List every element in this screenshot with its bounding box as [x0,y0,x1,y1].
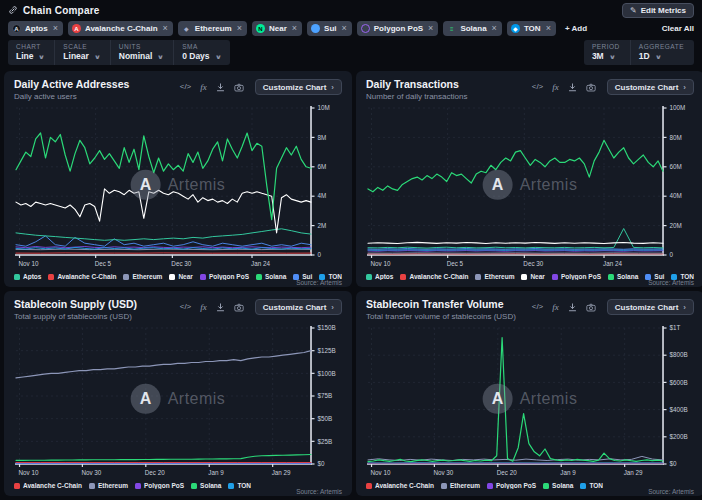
svg-text:Jan 29: Jan 29 [272,469,291,476]
camera-icon[interactable] [586,83,596,92]
close-icon[interactable]: × [342,24,347,33]
close-icon[interactable]: × [546,24,551,33]
svg-text:0: 0 [318,251,322,258]
legend-item-ethereum[interactable]: Ethereum [441,482,480,489]
legend-item-ton[interactable]: TON [580,482,603,489]
legend-item-ethereum[interactable]: Ethereum [123,273,162,280]
solana-legend-swatch [608,274,614,280]
clear-all-button[interactable]: Clear All [662,24,694,33]
download-icon[interactable] [216,303,225,312]
edit-metrics-button[interactable]: ✎ Edit Metrics [622,3,694,18]
svg-text:6M: 6M [318,163,327,170]
legend-item-ton[interactable]: TON [228,482,251,489]
dropdown-label: PERIOD [592,43,620,50]
camera-icon[interactable] [234,83,244,92]
code-icon[interactable]: </> [532,303,544,311]
close-icon[interactable]: × [292,24,297,33]
chip-near[interactable]: NNear× [252,21,302,36]
code-icon[interactable]: </> [180,83,192,91]
legend-item-aptos[interactable]: Aptos [366,273,393,280]
code-icon[interactable]: </> [180,303,192,311]
formula-icon[interactable]: fx [552,303,559,312]
legend-item-ethereum[interactable]: Ethereum [475,273,514,280]
close-icon[interactable]: × [53,24,58,33]
code-icon[interactable]: </> [532,83,544,91]
svg-text:Dec 20: Dec 20 [497,469,517,476]
legend-item-ethereum[interactable]: Ethereum [89,482,128,489]
chart-plot: $0$25B$50B$75B$100B$125B$150BNov 10Nov 3… [14,323,342,477]
chevron-down-icon: ∨ [655,53,662,60]
near-icon: N [256,24,265,33]
customize-chart-button[interactable]: Customize Chart› [255,299,342,315]
legend-item-avalanche[interactable]: Avalanche C-Chain [400,273,468,280]
chain-compare-icon [8,5,18,15]
sma-dropdown[interactable]: SMA0 Days∨ [174,40,230,65]
download-icon[interactable] [216,83,225,92]
legend-item-solana[interactable]: Solana [543,482,573,489]
chevron-right-icon: › [683,303,686,312]
svg-text:Nov 30: Nov 30 [81,469,101,476]
add-chain-button[interactable]: + Add [565,24,587,33]
chip-ethereum[interactable]: ◆Ethereum× [178,21,247,36]
camera-icon[interactable] [234,303,244,312]
aggregate-dropdown[interactable]: AGGREGATE1D∨ [631,40,694,65]
dropdown-value: 3M [592,51,604,61]
chip-label: Aptos [25,24,48,33]
legend-item-solana[interactable]: Solana [191,482,221,489]
download-icon[interactable] [568,303,577,312]
legend-item-avalanche[interactable]: Avalanche C-Chain [14,482,82,489]
polygon-legend-swatch [552,274,558,280]
legend-label: TON [237,482,251,489]
download-icon[interactable] [568,83,577,92]
units-dropdown[interactable]: UNITSNominal∨ [111,40,174,65]
chip-label: TON [524,24,541,33]
close-icon[interactable]: × [163,24,168,33]
legend-item-near[interactable]: Near [169,273,192,280]
period-dropdown[interactable]: PERIOD3M∨ [584,40,631,65]
close-icon[interactable]: × [237,24,242,33]
sui-icon [311,24,320,33]
svg-text:$800B: $800B [670,351,688,358]
close-icon[interactable]: × [492,24,497,33]
legend-item-near[interactable]: Near [521,273,544,280]
legend-item-avalanche[interactable]: Avalanche C-Chain [366,482,434,489]
legend-item-solana[interactable]: Solana [256,273,286,280]
legend-item-solana[interactable]: Solana [608,273,638,280]
customize-chart-button[interactable]: Customize Chart› [607,79,694,95]
svg-text:2M: 2M [318,222,327,229]
formula-icon[interactable]: fx [552,83,559,92]
ethereum-legend-swatch [89,483,95,489]
chip-ton[interactable]: ◆TON× [507,21,556,36]
controls-bar: CHARTLine∨SCALELinear∨UNITSNominal∨SMA0 … [0,38,702,69]
scale-dropdown[interactable]: SCALELinear∨ [55,40,110,65]
dropdown-label: CHART [16,43,44,50]
close-icon[interactable]: × [428,24,433,33]
svg-text:4M: 4M [318,192,327,199]
chart-plot: $0$200B$400B$600B$800B$1TNov 10Nov 30Dec… [366,323,694,477]
chart-legend: Avalanche C-ChainEthereumPolygon PoSSola… [366,482,603,489]
legend-item-polygon[interactable]: Polygon PoS [487,482,536,489]
chevron-down-icon: ∨ [157,53,164,60]
chip-solana[interactable]: ≡Solana× [443,21,502,36]
chevron-down-icon: ∨ [39,53,46,60]
chart-legend: AptosAvalanche C-ChainEthereumNearPolygo… [366,273,694,280]
chips-bar: AAptos×AAvalanche C-Chain×◆Ethereum×NNea… [0,17,702,38]
formula-icon[interactable]: fx [200,303,207,312]
chip-sui[interactable]: Sui× [307,21,352,36]
svg-text:20M: 20M [670,222,682,229]
chip-avalanche[interactable]: AAvalanche C-Chain× [68,21,173,36]
legend-item-aptos[interactable]: Aptos [14,273,41,280]
formula-icon[interactable]: fx [200,83,207,92]
camera-icon[interactable] [586,303,596,312]
legend-item-polygon[interactable]: Polygon PoS [135,482,184,489]
pencil-icon: ✎ [630,6,637,15]
legend-item-avalanche[interactable]: Avalanche C-Chain [48,273,116,280]
chip-aptos[interactable]: AAptos× [8,21,63,36]
legend-item-polygon[interactable]: Polygon PoS [552,273,601,280]
svg-text:40M: 40M [670,192,682,199]
chart-dropdown[interactable]: CHARTLine∨ [8,40,55,65]
legend-item-polygon[interactable]: Polygon PoS [200,273,249,280]
customize-chart-button[interactable]: Customize Chart› [607,299,694,315]
chip-polygon[interactable]: Polygon PoS× [357,21,439,36]
customize-chart-button[interactable]: Customize Chart› [255,79,342,95]
